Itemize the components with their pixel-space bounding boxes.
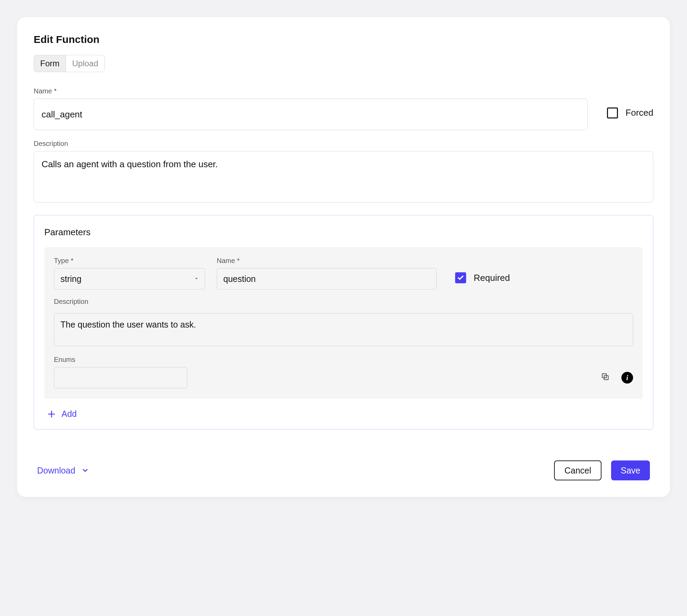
cancel-button[interactable]: Cancel [554,460,601,480]
parameters-panel: Parameters Type * Name * [34,215,653,430]
save-button[interactable]: Save [611,460,650,480]
name-label: Name * [34,87,588,95]
download-button[interactable]: Download [37,466,89,476]
parameters-title: Parameters [44,227,643,238]
chevron-down-icon [81,467,89,474]
modal-title: Edit Function [34,34,653,45]
param-enums-label: Enums [54,356,633,364]
forced-label: Forced [626,107,653,118]
param-description-input[interactable] [54,313,633,346]
param-enums-input[interactable] [54,367,187,388]
required-checkbox[interactable] [455,272,466,283]
copy-icon[interactable] [601,372,610,383]
tab-upload[interactable]: Upload [66,55,104,72]
description-input[interactable] [34,151,653,203]
tab-form[interactable]: Form [34,55,66,72]
parameter-card: Type * Name * Required [44,247,643,399]
param-type-label: Type * [54,257,205,265]
edit-function-modal: Edit Function Form Upload Name * Forced … [17,17,670,497]
param-name-input[interactable] [217,268,437,289]
description-label: Description [34,140,653,148]
add-parameter-label: Add [61,409,77,419]
forced-checkbox[interactable] [607,107,618,118]
download-label: Download [37,466,75,476]
required-label: Required [474,273,510,283]
param-type-select[interactable] [54,268,205,289]
mode-tabbar: Form Upload [34,55,105,72]
info-icon[interactable]: i [621,372,633,384]
add-parameter-button[interactable]: Add [44,409,643,419]
name-input[interactable] [34,99,588,130]
param-name-label: Name * [217,257,437,265]
plus-icon [47,410,56,419]
param-description-label: Description [54,298,633,306]
